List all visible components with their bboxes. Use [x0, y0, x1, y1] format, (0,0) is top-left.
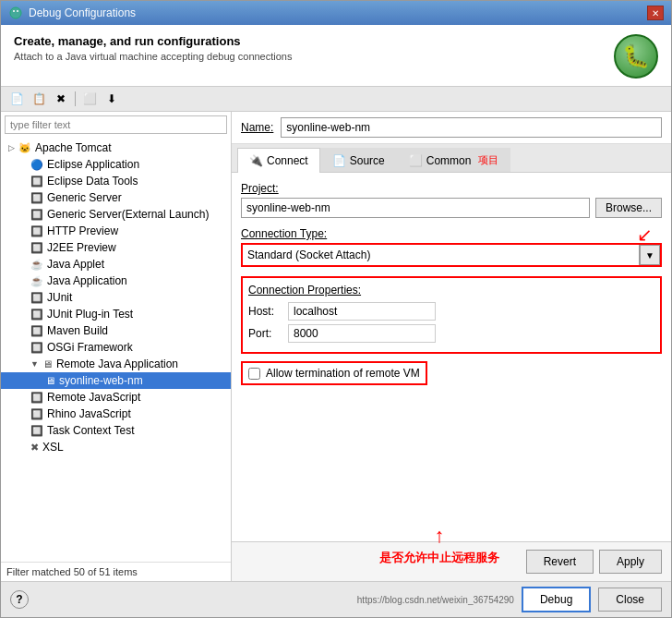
tree-item-generic-server-ext[interactable]: 🔲 Generic Server(External Launch): [1, 206, 231, 223]
tree-item-label: syonline-web-nm: [59, 374, 143, 387]
conn-type-dropdown[interactable]: ▼: [640, 245, 660, 265]
debug-configurations-window: Debug Configurations ✕ Create, manage, a…: [0, 0, 672, 618]
tree-item-junit-plugin[interactable]: 🔲 JUnit Plug-in Test: [1, 306, 231, 322]
title-bar: Debug Configurations ✕: [1, 1, 671, 25]
tree-item-label: HTTP Preview: [47, 224, 118, 237]
header-text: Create, manage, and run configurations A…: [14, 34, 292, 62]
toolbar-separator: [75, 91, 76, 106]
browse-button[interactable]: Browse...: [595, 198, 662, 218]
debug-close-row: https://blog.csdn.net/weixin_36754290 De…: [357, 587, 662, 612]
debug-icon: [8, 6, 23, 20]
allow-term-container: Allow termination of remote VM: [241, 361, 427, 385]
tab-common[interactable]: ⬜ Common 项目: [397, 148, 511, 172]
syonline-icon: 🖥: [45, 375, 55, 386]
delete-button[interactable]: ✖: [51, 90, 71, 108]
filter-input[interactable]: [5, 115, 227, 134]
tree-item-label: Java Application: [47, 274, 127, 287]
tree-item-label: JUnit: [47, 291, 72, 304]
tree-item-junit[interactable]: 🔲 JUnit: [1, 289, 231, 306]
data-icon: 🔲: [30, 176, 43, 188]
allow-term-text: Allow termination of remote VM: [266, 367, 420, 380]
help-button[interactable]: ?: [10, 590, 29, 609]
j2ee-icon: 🔲: [30, 242, 43, 254]
title-bar-left: Debug Configurations: [8, 6, 136, 20]
tree-item-label: Java Applet: [47, 258, 104, 271]
tree-item-task-context[interactable]: 🔲 Task Context Test: [1, 422, 231, 439]
sort-button[interactable]: ⬇: [102, 90, 122, 108]
filter-button[interactable]: ⬜: [79, 90, 100, 108]
tree-item-rhino[interactable]: 🔲 Rhino JavaScript: [1, 406, 231, 422]
allow-term-checkbox[interactable]: [248, 368, 260, 380]
tree-item-label: Apache Tomcat: [35, 141, 112, 154]
filter-count: Filter matched 50 of 51 items: [1, 562, 231, 581]
tree-item-eclipse-data[interactable]: 🔲 Eclipse Data Tools: [1, 173, 231, 189]
server-icon: 🔲: [30, 192, 43, 204]
debug-button[interactable]: Debug: [522, 587, 591, 612]
conn-type-input[interactable]: [243, 245, 640, 265]
footer-row: ? https://blog.csdn.net/weixin_36754290 …: [1, 581, 671, 617]
tree-item-label: XSL: [42, 441, 64, 454]
port-input[interactable]: [288, 324, 436, 343]
main-content: ▷ 🐱 Apache Tomcat 🔵 Eclipse Application …: [1, 112, 671, 581]
port-row: Port:: [248, 324, 654, 343]
tree-item-label: Generic Server(External Launch): [47, 208, 209, 221]
duplicate-button[interactable]: 📋: [29, 90, 49, 108]
header-subtitle: Attach to a Java virtual machine accepti…: [14, 51, 292, 62]
task-icon: 🔲: [30, 425, 43, 437]
tree-item-label: Eclipse Data Tools: [47, 175, 138, 188]
tree-item-generic-server[interactable]: 🔲 Generic Server: [1, 189, 231, 206]
window-title: Debug Configurations: [29, 6, 136, 19]
header-title: Create, manage, and run configurations: [14, 34, 292, 48]
tree-item-http-preview[interactable]: 🔲 HTTP Preview: [1, 223, 231, 239]
tree-item-remote-java[interactable]: ▼ 🖥 连接方式 Remote Java Application: [1, 356, 231, 372]
server-ext-icon: 🔲: [30, 209, 43, 221]
name-input[interactable]: [281, 117, 662, 138]
rhino-icon: 🔲: [30, 408, 43, 420]
port-label: Port:: [248, 327, 281, 340]
apply-button[interactable]: Apply: [599, 550, 662, 574]
applet-icon: ☕: [30, 259, 43, 271]
remote-js-icon: 🔲: [30, 392, 43, 404]
conn-type-group: Connection Type: ▼ 连接方式 ↙: [241, 227, 662, 267]
footer-url: https://blog.csdn.net/weixin_36754290: [357, 595, 514, 605]
tab-connect-label: Connect: [267, 154, 308, 167]
http-icon: 🔲: [30, 225, 43, 237]
tree-item-eclipse-app[interactable]: 🔵 Eclipse Application: [1, 156, 231, 173]
tree-item-label: Remote JavaScript: [47, 391, 140, 404]
project-label: Project:: [241, 182, 662, 195]
tree-item-java-applet[interactable]: ☕ Java Applet: [1, 256, 231, 273]
tree-item-j2ee[interactable]: 🔲 J2EE Preview: [1, 239, 231, 256]
allow-note: ↑ 是否允许中止远程服务: [379, 524, 499, 566]
revert-button[interactable]: Revert: [526, 550, 594, 574]
new-config-button[interactable]: 📄: [6, 90, 27, 108]
right-panel: Name: 🔌 Connect 📄 Source ⬜ Common 项目: [232, 112, 671, 581]
expand-arrow: ▷: [8, 143, 15, 152]
tab-source[interactable]: 📄 Source: [320, 148, 397, 172]
host-label: Host:: [248, 305, 281, 318]
project-input[interactable]: [241, 198, 590, 218]
conn-type-arrow: ↙: [637, 224, 653, 246]
tab-common-label: Common: [426, 154, 472, 167]
right-body: Project: Browse... Connection Type: ▼ 连接…: [232, 173, 671, 541]
allow-term-label[interactable]: Allow termination of remote VM: [248, 367, 420, 380]
tree-item-syonline[interactable]: 🖥 syonline-web-nm: [1, 372, 231, 389]
tree-item-label: Generic Server: [47, 191, 122, 204]
svg-point-0: [10, 7, 21, 18]
tree-item-xsl[interactable]: ✖ XSL: [1, 439, 231, 455]
common-tab-note: 项目: [478, 153, 498, 167]
conn-type-row: ▼: [241, 243, 662, 267]
tree-item-remote-js[interactable]: 🔲 Remote JavaScript: [1, 389, 231, 406]
tomcat-icon: 🐱: [18, 142, 31, 154]
tree-item-label: Eclipse Application: [47, 158, 139, 171]
tree-item-maven[interactable]: 🔲 Maven Build: [1, 322, 231, 339]
host-input[interactable]: [288, 302, 436, 321]
connect-icon: 🔌: [249, 154, 263, 167]
close-button[interactable]: ✕: [647, 6, 664, 20]
tree-item-osgi[interactable]: 🔲 OSGi Framework: [1, 339, 231, 356]
close-window-button[interactable]: Close: [598, 588, 662, 612]
project-group: Project: Browse...: [241, 182, 662, 218]
tree-item-java-app[interactable]: ☕ Java Application: [1, 273, 231, 289]
tab-connect[interactable]: 🔌 Connect: [237, 148, 320, 173]
tree-item-apache-tomcat[interactable]: ▷ 🐱 Apache Tomcat: [1, 139, 231, 156]
bug-icon: 🐛: [614, 34, 658, 79]
